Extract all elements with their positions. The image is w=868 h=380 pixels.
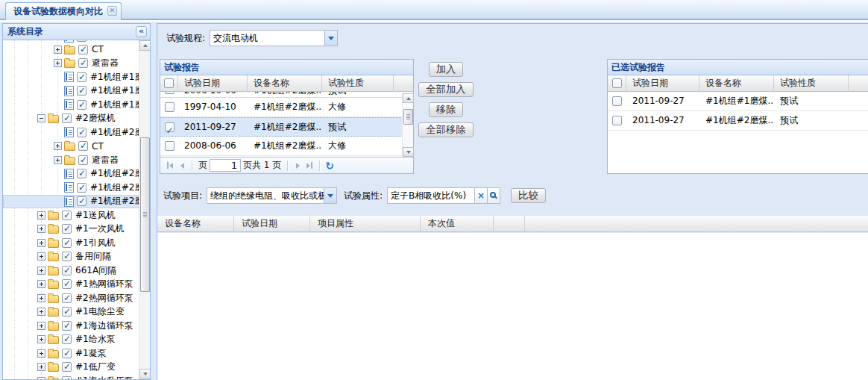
row-checkbox[interactable]	[165, 92, 174, 94]
remove-all-button[interactable]: 全部移除	[418, 122, 473, 137]
table-row[interactable]: 2006-10-06#1机组#2磨煤...预试	[160, 92, 413, 98]
tree-checkbox[interactable]	[77, 86, 87, 96]
clear-icon[interactable]: ×	[475, 187, 488, 204]
regulation-value[interactable]: 交流电动机	[210, 31, 324, 46]
expand-node-icon[interactable]	[37, 349, 45, 358]
tab-close-icon[interactable]: ✕	[107, 6, 117, 16]
tree-node[interactable]: 避雷器	[3, 153, 140, 167]
row-checkbox[interactable]	[612, 116, 622, 125]
expand-node-icon[interactable]	[37, 335, 45, 343]
test-item-combo[interactable]: 绕组的绝缘电阻、吸收比或极	[207, 187, 337, 204]
tree-checkbox[interactable]	[62, 113, 72, 123]
tree-checkbox[interactable]	[62, 321, 72, 331]
grid-scroll-up-button[interactable]	[403, 93, 414, 103]
expand-node-icon[interactable]	[37, 322, 45, 330]
expand-node-icon[interactable]	[37, 363, 45, 371]
tree-checkbox[interactable]	[62, 279, 72, 289]
tree-checkbox[interactable]	[77, 128, 87, 137]
tree-checkbox[interactable]	[78, 155, 88, 165]
tree-checkbox[interactable]	[62, 266, 72, 275]
tree-node[interactable]: #2热网循环泵	[3, 291, 140, 305]
tree-node[interactable]: #1凝泵	[3, 346, 140, 361]
header-checkbox[interactable]	[164, 78, 174, 88]
test-attr-field[interactable]: 定子B相吸收比(%)	[387, 187, 475, 204]
expand-node-icon[interactable]	[37, 239, 45, 247]
tree-checkbox[interactable]	[62, 349, 72, 358]
page-input[interactable]	[210, 159, 241, 172]
tree-checkbox[interactable]	[77, 72, 87, 82]
tree-node[interactable]: CT	[3, 43, 140, 57]
tree-node[interactable]: #1热网循环泵	[3, 278, 140, 292]
expand-node-icon[interactable]	[54, 142, 62, 150]
tree-checkbox[interactable]	[77, 40, 87, 42]
tree-checkbox[interactable]	[77, 100, 87, 110]
table-row[interactable]: 1997-04-10#1机组#2磨煤...大修	[160, 98, 413, 117]
test-item-value[interactable]: 绕组的绝缘电阻、吸收比或极	[207, 188, 324, 203]
table-row[interactable]: 2011-09-27#1机组#2磨煤...预试	[160, 117, 413, 137]
reports-grid-scrollbar[interactable]	[402, 93, 413, 158]
expand-node-icon[interactable]	[54, 46, 62, 54]
compare-button[interactable]: 比较	[511, 188, 546, 203]
expand-node-icon[interactable]	[37, 294, 45, 302]
result-column-header[interactable]: 设备名称	[157, 216, 234, 232]
grid-scroll-thumb[interactable]	[403, 109, 413, 125]
tree-scrollbar[interactable]	[139, 40, 150, 379]
grid-scroll-down-button[interactable]	[403, 147, 414, 157]
column-header[interactable]: 试验性质	[774, 75, 849, 92]
tree-node[interactable]: #1机组#2磨煤	[3, 195, 140, 209]
prev-page-button[interactable]	[176, 160, 188, 172]
tree-node[interactable]: #2磨煤机	[3, 112, 140, 126]
column-header[interactable]: 试验日期	[626, 75, 699, 92]
expand-node-icon[interactable]	[37, 252, 45, 261]
first-page-button[interactable]	[164, 160, 176, 172]
remove-button[interactable]: 移除	[429, 102, 464, 117]
tree-node[interactable]: #1海水升压泵	[3, 374, 140, 379]
add-all-button[interactable]: 全部加入	[418, 82, 473, 97]
tree-checkbox[interactable]	[78, 45, 88, 54]
tree-node[interactable]: #1机组#1磨煤	[3, 98, 140, 112]
tree-node[interactable]: #1机组#2磨煤	[3, 181, 140, 195]
tree-scroll-up-button[interactable]	[139, 40, 150, 51]
tree-node[interactable]: #1机组#2磨煤	[3, 125, 140, 140]
result-column-header[interactable]: 项目属性	[310, 216, 421, 232]
column-header[interactable]: 设备名称	[699, 75, 774, 92]
result-column-header[interactable]: 本次值	[421, 216, 494, 232]
tree-scroll-down-button[interactable]	[139, 369, 150, 379]
row-checkbox[interactable]	[165, 122, 174, 132]
tree-checkbox[interactable]	[77, 196, 87, 206]
tree-checkbox[interactable]	[62, 376, 72, 379]
tree-node[interactable]: #1机组#1磨煤	[3, 84, 140, 99]
tree-checkbox[interactable]	[77, 169, 87, 178]
tree-node[interactable]: #1引风机	[3, 236, 140, 250]
header-checkbox[interactable]	[612, 78, 622, 88]
tree-checkbox[interactable]	[62, 307, 72, 317]
refresh-icon[interactable]: ↻	[325, 160, 334, 172]
chevron-down-icon[interactable]	[324, 188, 336, 203]
tree-node[interactable]: #1一次风机	[3, 222, 140, 237]
collapse-node-icon[interactable]	[37, 114, 45, 122]
last-page-button[interactable]	[304, 160, 315, 172]
sidebar-collapse-button[interactable]: «	[136, 26, 147, 37]
tree-checkbox[interactable]	[78, 141, 88, 151]
column-header[interactable]: 试验日期	[178, 75, 248, 92]
tab-device-test-compare[interactable]: 设备试验数据横向对比 ✕	[5, 2, 122, 20]
tree-node[interactable]: #1送风机	[3, 208, 140, 222]
tree-node[interactable]: #1机组#1磨煤	[3, 70, 140, 84]
expand-node-icon[interactable]	[37, 280, 45, 288]
tree-node[interactable]: 避雷器	[3, 57, 140, 71]
tree-checkbox[interactable]	[62, 211, 72, 220]
add-button[interactable]: 加入	[429, 62, 464, 77]
tree-checkbox[interactable]	[62, 293, 72, 303]
expand-node-icon[interactable]	[37, 225, 45, 233]
result-column-header[interactable]: 试验日期	[234, 216, 310, 232]
tree-checkbox[interactable]	[78, 58, 88, 68]
tree-node[interactable]: #1给水泵	[3, 333, 140, 347]
table-row[interactable]: 2011-09-27#1机组#2磨煤...预试	[608, 111, 868, 131]
tree-checkbox[interactable]	[62, 362, 72, 372]
tree-node[interactable]: CT	[3, 140, 140, 154]
expand-node-icon[interactable]	[37, 308, 45, 316]
row-checkbox[interactable]	[612, 96, 622, 106]
column-header[interactable]: 设备名称	[248, 75, 322, 92]
table-row[interactable]: 2008-06-06#1机组#2磨煤...大修	[160, 137, 413, 156]
expand-node-icon[interactable]	[54, 59, 62, 67]
